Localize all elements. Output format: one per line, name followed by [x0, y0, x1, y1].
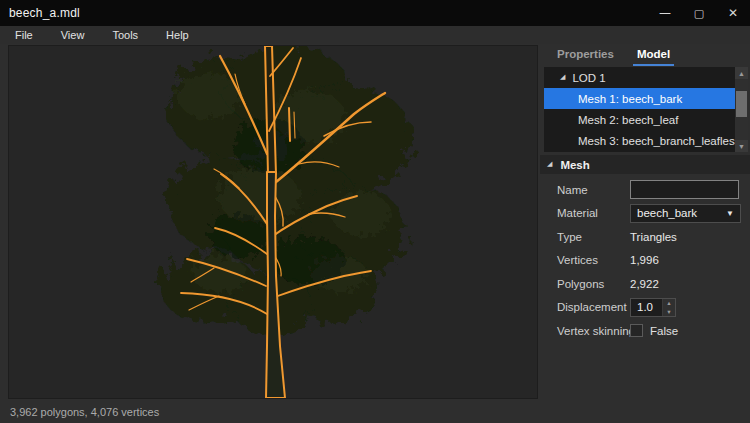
model-tree-list: ◢ LOD 1 Mesh 1: beech_bark Mesh 2: beech…: [544, 67, 748, 152]
tree-node-label: LOD 1: [572, 72, 605, 84]
vertices-value: 1,996: [630, 254, 659, 266]
material-value: beech_bark: [637, 207, 697, 219]
tree-list-scrollbar[interactable]: ▲ ▼: [735, 67, 748, 152]
vertices-label: Vertices: [538, 254, 598, 266]
minimize-button[interactable]: —: [648, 0, 682, 26]
tree-node-mesh2[interactable]: Mesh 2: beech_leaf: [544, 109, 748, 130]
polygons-label: Polygons: [538, 278, 604, 290]
mesh-section-header[interactable]: ◢ Mesh: [540, 155, 750, 174]
window-controls: — ▢ ✕: [648, 0, 750, 26]
properties-panel: Properties Model ◢ LOD 1 Mesh 1: beech_b…: [538, 44, 750, 423]
scroll-down-icon[interactable]: ▼: [735, 140, 748, 152]
tab-model[interactable]: Model: [633, 45, 674, 66]
chevron-down-icon: ▼: [726, 209, 734, 218]
menu-tools[interactable]: Tools: [98, 26, 152, 44]
tree-node-label: Mesh 2: beech_leaf: [578, 114, 678, 126]
mesh-section-title: Mesh: [560, 159, 589, 171]
tree-node-mesh1[interactable]: Mesh 1: beech_bark: [544, 88, 748, 109]
model-viewport[interactable]: [8, 45, 538, 399]
window-title: beech_a.mdl: [0, 6, 80, 20]
maximize-button[interactable]: ▢: [682, 0, 716, 26]
type-value: Triangles: [630, 231, 677, 243]
expander-icon[interactable]: ◢: [547, 160, 552, 168]
spinner-down-icon[interactable]: ▼: [663, 307, 675, 316]
name-input[interactable]: [630, 180, 739, 199]
spinner-up-icon[interactable]: ▲: [663, 299, 675, 308]
type-label: Type: [538, 231, 582, 243]
model-viewport-canvas[interactable]: [9, 46, 537, 398]
mesh-properties: Name Material beech_bark ▼ Type Triangle…: [538, 178, 750, 343]
close-button[interactable]: ✕: [716, 0, 750, 26]
prop-row-type: Type Triangles: [538, 225, 750, 249]
statusbar: 3,962 polygons, 4,076 vertices: [0, 400, 750, 423]
menu-help[interactable]: Help: [152, 26, 203, 44]
prop-row-displacement: Displacement 1.0 ▲ ▼: [538, 296, 750, 320]
tree-node-label: Mesh 1: beech_bark: [578, 93, 682, 105]
prop-row-vertices: Vertices 1,996: [538, 249, 750, 273]
vertex-skinning-label: Vertex skinning: [538, 325, 635, 337]
menu-view[interactable]: View: [47, 26, 99, 44]
prop-row-material: Material beech_bark ▼: [538, 202, 750, 226]
titlebar: beech_a.mdl — ▢ ✕: [0, 0, 750, 26]
vertex-skinning-checkbox[interactable]: [630, 324, 643, 337]
vertex-skinning-value: False: [650, 325, 678, 337]
menu-file[interactable]: File: [0, 26, 47, 44]
displacement-spinner[interactable]: 1.0 ▲ ▼: [630, 298, 676, 317]
prop-row-polygons: Polygons 2,922: [538, 272, 750, 296]
scroll-track[interactable]: [735, 79, 748, 140]
statusbar-text: 3,962 polygons, 4,076 vertices: [10, 406, 159, 418]
tab-properties[interactable]: Properties: [553, 45, 618, 66]
prop-row-name: Name: [538, 178, 750, 202]
name-label: Name: [538, 184, 588, 196]
tree-node-lod1[interactable]: ◢ LOD 1: [544, 67, 748, 88]
spinner-arrows: ▲ ▼: [662, 299, 675, 316]
panel-tabs: Properties Model: [538, 44, 750, 67]
polygons-value: 2,922: [630, 278, 659, 290]
menubar: File View Tools Help: [0, 26, 750, 44]
material-dropdown[interactable]: beech_bark ▼: [630, 204, 741, 223]
tree-node-label: Mesh 3: beech_branch_leafless: [578, 135, 740, 147]
tree-node-mesh3[interactable]: Mesh 3: beech_branch_leafless: [544, 130, 748, 151]
scroll-thumb[interactable]: [736, 91, 747, 117]
displacement-label: Displacement: [538, 301, 627, 313]
expander-icon[interactable]: ◢: [560, 73, 565, 81]
displacement-value: 1.0: [637, 301, 653, 313]
scroll-up-icon[interactable]: ▲: [735, 67, 748, 79]
prop-row-vertex-skinning: Vertex skinning False: [538, 319, 750, 343]
material-label: Material: [538, 207, 598, 219]
